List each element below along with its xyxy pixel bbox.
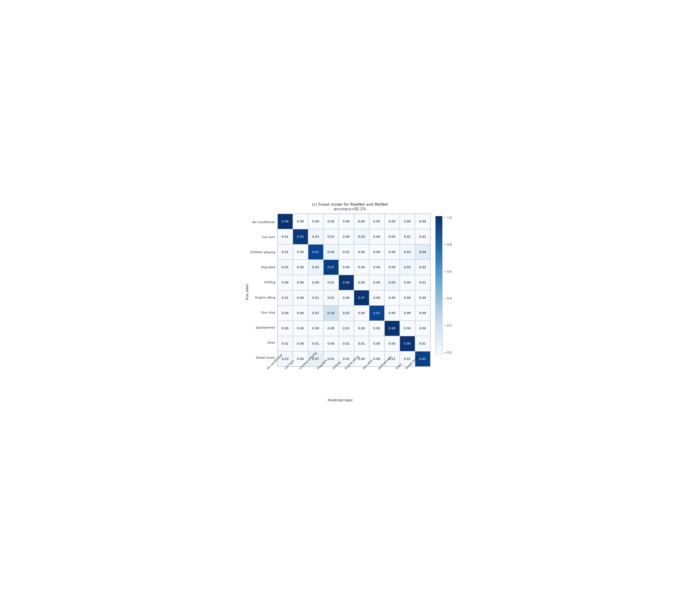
cell-6-2: 0.02 [308, 305, 323, 321]
cell-8-8: 0.96 [400, 336, 415, 351]
cell-6-5: 0.00 [354, 305, 369, 321]
cell-7-5: 0.00 [354, 321, 369, 336]
cell-4-7: 0.03 [384, 275, 400, 290]
cell-0-5: 0.00 [354, 214, 369, 229]
cell-5-5: 0.97 [354, 290, 369, 305]
cell-6-6: 0.81 [369, 305, 384, 321]
cell-5-3: 0.01 [323, 290, 339, 305]
cell-5-4: 0.00 [339, 290, 354, 305]
chart-title-line2: accuracy=92.2% [245, 207, 455, 211]
colorbar-tick-3: — 0.4 [444, 297, 452, 300]
cell-5-1: 0.00 [293, 290, 308, 305]
cell-5-7: 0.00 [384, 290, 400, 305]
cell-4-1: 0.00 [293, 275, 308, 290]
cell-7-6: 0.00 [369, 321, 384, 336]
cell-5-8: 0.00 [400, 290, 415, 305]
y-axis-label: True label [245, 216, 249, 369]
cell-3-5: 0.00 [354, 260, 369, 275]
cell-7-4: 0.01 [339, 321, 354, 336]
y-label-8: Siren [250, 335, 277, 350]
colorbar-tick-5: — 0.0 [444, 351, 452, 354]
cell-8-0: 0.01 [278, 336, 293, 351]
cell-0-4: 0.00 [339, 214, 354, 229]
cell-7-7: 0.98 [384, 321, 400, 336]
cell-7-0: 0.00 [278, 321, 293, 336]
cell-4-9: 0.01 [415, 275, 430, 290]
cell-5-6: 0.00 [369, 290, 384, 305]
cell-6-8: 0.00 [400, 305, 415, 321]
cell-4-6: 0.00 [369, 275, 384, 290]
cell-1-0: 0.01 [278, 229, 293, 244]
cell-0-3: 0.00 [323, 214, 339, 229]
y-label-2: Children playing [250, 245, 277, 260]
y-label-1: Car horn [250, 230, 277, 245]
cell-3-3: 0.87 [323, 260, 339, 275]
cell-3-2: 0.05 [308, 260, 323, 275]
cell-0-1: 0.00 [293, 214, 308, 229]
cell-0-6: 0.00 [369, 214, 384, 229]
cell-4-0: 0.00 [278, 275, 293, 290]
cell-3-6: 0.00 [369, 260, 384, 275]
cell-8-9: 0.01 [415, 336, 430, 351]
chart-area: True label Air conditionerCar hornChildr… [245, 213, 455, 402]
y-label-3: Dog bark [250, 260, 277, 275]
chart-title-line1: (c) Fused model for RawNet and MelNet [245, 202, 455, 207]
y-label-7: Jackhammer [250, 320, 277, 335]
y-label-4: Drilling [250, 275, 277, 290]
matrix-with-labels: Air conditionerCar hornChildren playingD… [250, 213, 430, 367]
cell-5-0: 0.01 [278, 290, 293, 305]
cell-4-3: 0.01 [323, 275, 339, 290]
cell-7-8: 0.00 [400, 321, 415, 336]
cell-2-9: 0.09 [415, 244, 430, 260]
cell-5-2: 0.01 [308, 290, 323, 305]
cell-4-8: 0.00 [400, 275, 415, 290]
colorbar-with-ticks: — 1.0— 0.8— 0.6— 0.4— 0.2— 0.0 [435, 216, 452, 354]
cell-1-9: 0.01 [415, 229, 430, 244]
cell-0-0: 0.99 [278, 214, 293, 229]
cell-6-7: 0.00 [384, 305, 400, 321]
cell-1-8: 0.01 [400, 229, 415, 244]
colorbar-tick-0: — 1.0 [444, 216, 452, 219]
y-label-5: Engine idling [250, 290, 277, 305]
cell-4-4: 0.96 [339, 275, 354, 290]
cell-8-1: 0.00 [293, 336, 308, 351]
cell-7-1: 0.00 [293, 321, 308, 336]
cell-5-9: 0.00 [415, 290, 430, 305]
cell-8-7: 0.00 [384, 336, 400, 351]
cell-0-7: 0.00 [384, 214, 400, 229]
cell-1-3: 0.01 [323, 229, 339, 244]
cell-3-0: 0.02 [278, 260, 293, 275]
cell-1-6: 0.00 [369, 229, 384, 244]
cell-3-7: 0.00 [384, 260, 400, 275]
cell-1-1: 0.92 [293, 229, 308, 244]
cell-2-4: 0.01 [339, 244, 354, 260]
cell-3-4: 0.00 [339, 260, 354, 275]
cell-2-3: 0.04 [323, 244, 339, 260]
cell-4-5: 0.00 [354, 275, 369, 290]
cell-8-5: 0.01 [354, 336, 369, 351]
cell-0-2: 0.00 [308, 214, 323, 229]
colorbar-area: — 1.0— 0.8— 0.6— 0.4— 0.2— 0.0 [435, 216, 452, 354]
matrix-grid: 0.990.000.000.000.000.000.000.000.000.00… [277, 213, 430, 367]
cell-7-3: 0.00 [323, 321, 339, 336]
cell-6-3: 0.16 [323, 305, 339, 321]
colorbar-ticks: — 1.0— 0.8— 0.6— 0.4— 0.2— 0.0 [444, 216, 452, 354]
y-label-6: Gun shot [250, 305, 277, 320]
colorbar-tick-1: — 0.8 [444, 243, 452, 246]
matrix-and-x: Air conditionerCar hornChildren playingD… [250, 213, 430, 402]
cell-2-0: 0.01 [278, 244, 293, 260]
cell-3-1: 0.00 [293, 260, 308, 275]
cell-2-1: 0.00 [293, 244, 308, 260]
cell-8-4: 0.01 [339, 336, 354, 351]
cell-2-2: 0.81 [308, 244, 323, 260]
cell-1-2: 0.03 [308, 229, 323, 244]
figure-container: (c) Fused model for RawNet and MelNet ac… [243, 197, 457, 407]
cell-4-2: 0.00 [308, 275, 323, 290]
x-labels: Air conditionerCar hornChildren playingD… [264, 368, 417, 396]
cell-3-8: 0.03 [400, 260, 415, 275]
cell-1-7: 0.00 [384, 229, 400, 244]
colorbar-tick-2: — 0.6 [444, 270, 452, 273]
cell-8-6: 0.00 [369, 336, 384, 351]
cell-6-1: 0.00 [293, 305, 308, 321]
cell-2-7: 0.00 [384, 244, 400, 260]
